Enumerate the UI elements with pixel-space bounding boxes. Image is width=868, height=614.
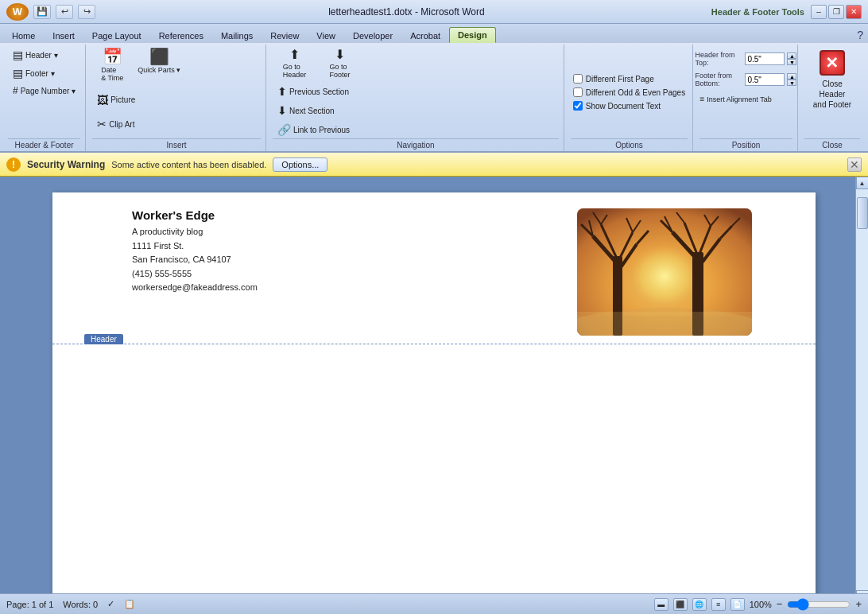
different-first-page-checkbox[interactable]: Different First Page	[573, 73, 654, 84]
tab-view[interactable]: View	[308, 28, 344, 43]
view-print-layout[interactable]: ▬	[654, 598, 668, 611]
help-icon[interactable]: ?	[852, 27, 868, 43]
company-city-state: San Francisco, CA 94107	[132, 253, 258, 267]
office-button[interactable]: W	[6, 3, 29, 21]
link-to-previous-button[interactable]: 🔗 Link to Previous	[273, 121, 559, 138]
proofing-icon[interactable]: ✓	[107, 599, 114, 609]
word-count: Words: 0	[63, 600, 98, 609]
header-icon: ▤	[13, 49, 23, 61]
tab-insert[interactable]: Insert	[44, 28, 83, 43]
view-web-layout[interactable]: 🌐	[692, 598, 707, 611]
date-time-button[interactable]: 📅 Date& Time	[92, 46, 132, 84]
footer-button[interactable]: ▤ Footer ▾	[8, 64, 80, 82]
document-scroll-area[interactable]: Worker's Edge A productivity blog 1111 F…	[0, 177, 868, 614]
company-phone: (415) 555-5555	[132, 267, 258, 282]
page-number-icon: #	[13, 85, 18, 96]
header-button[interactable]: ▤ Header ▾	[8, 46, 80, 64]
header-pos-up[interactable]: ▲	[787, 52, 796, 59]
ribbon-group-close: ✕ Close Headerand Footer Close	[800, 45, 865, 151]
picture-button[interactable]: 🖼 Picture	[92, 91, 261, 109]
tab-review[interactable]: Review	[262, 28, 308, 43]
company-email: workersedge@fakeaddress.com	[132, 281, 258, 295]
different-odd-even-checkbox[interactable]: Different Odd & Even Pages	[573, 87, 685, 98]
date-icon: 📅	[103, 49, 122, 64]
quick-access-undo[interactable]: ↩	[56, 5, 73, 19]
prev-section-icon: ⬆	[277, 85, 287, 98]
view-outline[interactable]: ≡	[711, 598, 726, 611]
tab-developer[interactable]: Developer	[344, 28, 401, 43]
tab-page-layout[interactable]: Page Layout	[83, 28, 150, 43]
group-label-navigation: Navigation	[273, 138, 559, 150]
scroll-track[interactable]	[856, 189, 868, 590]
picture-icon: 🖼	[97, 94, 108, 107]
zoom-level: 100%	[750, 600, 772, 609]
window-title: letterheadtest1.dotx - Microsoft Word	[102, 6, 711, 17]
ribbon-group-position: Header from Top: ▲ ▼ Footer from Bottom:…	[695, 45, 798, 151]
security-warning-title: Security Warning	[27, 159, 105, 170]
footer-position-input[interactable]	[745, 73, 785, 86]
insert-alignment-button[interactable]: ≡ Insert Alignment Tab	[695, 92, 796, 106]
security-options-button[interactable]: Options...	[273, 157, 327, 172]
quick-parts-button[interactable]: ⬛ Quick Parts ▾	[134, 46, 184, 76]
zoom-in-button[interactable]: +	[855, 598, 862, 610]
group-label-position: Position	[699, 138, 792, 150]
company-address: 1111 First St.	[132, 239, 258, 254]
header-label: Header	[84, 334, 123, 344]
header-pos-down[interactable]: ▼	[787, 59, 796, 65]
title-bar: W 💾 ↩ ↪ letterheadtest1.dotx - Microsoft…	[0, 0, 868, 24]
ribbon-group-navigation: ⬆ Go toHeader ⬇ Go toFooter ⬆ Previous S…	[268, 45, 564, 151]
clip-art-button[interactable]: ✂ Clip Art	[92, 115, 261, 133]
go-to-footer-button[interactable]: ⬇ Go toFooter	[318, 46, 362, 81]
alignment-icon: ≡	[699, 95, 704, 103]
status-bar: Page: 1 of 1 Words: 0 ✓ 📋 ▬ ⬛ 🌐 ≡ 📄 100%…	[0, 593, 868, 614]
tab-mailings[interactable]: Mailings	[212, 28, 262, 43]
company-tagline: A productivity blog	[132, 225, 258, 239]
footer-pos-down[interactable]: ▼	[787, 80, 796, 86]
ribbon-group-header-footer: ▤ Header ▾ ▤ Footer ▾ # Page Number ▾ He…	[3, 45, 86, 151]
clip-art-icon: ✂	[97, 118, 107, 130]
footer-pos-up[interactable]: ▲	[787, 73, 796, 80]
tab-bar: Home Insert Page Layout References Maili…	[0, 24, 868, 43]
scroll-up-button[interactable]: ▲	[856, 177, 869, 189]
group-label-header-footer: Header & Footer	[8, 138, 80, 150]
track-changes-icon[interactable]: 📋	[124, 599, 135, 609]
tab-acrobat[interactable]: Acrobat	[401, 28, 449, 43]
view-draft[interactable]: 📄	[730, 598, 745, 611]
go-to-header-button[interactable]: ⬆ Go toHeader	[273, 46, 316, 81]
document-body[interactable]	[52, 344, 816, 583]
scroll-thumb[interactable]	[857, 197, 868, 229]
previous-section-button[interactable]: ⬆ Previous Section	[273, 83, 559, 100]
footer-icon: ▤	[13, 67, 23, 80]
go-header-icon: ⬆	[289, 49, 300, 61]
document-page: Worker's Edge A productivity blog 1111 F…	[52, 192, 816, 612]
zoom-slider[interactable]	[787, 599, 851, 610]
quick-access-redo[interactable]: ↪	[78, 5, 95, 19]
page-count: Page: 1 of 1	[6, 600, 53, 609]
close-header-footer-button[interactable]: ✕ Close Headerand Footer	[804, 46, 860, 114]
close-button[interactable]: ✕	[846, 5, 862, 19]
view-full-screen[interactable]: ⬛	[673, 598, 688, 611]
security-warning-close[interactable]: ✕	[847, 157, 862, 172]
next-section-button[interactable]: ⬇ Next Section	[273, 102, 559, 119]
show-document-text-checkbox[interactable]: Show Document Text	[573, 100, 661, 111]
ribbon-group-options: Different First Page Different Odd & Eve…	[566, 45, 693, 151]
page-number-button[interactable]: # Page Number ▾	[8, 83, 80, 99]
quick-access-save[interactable]: 💾	[33, 5, 51, 19]
letterhead-image	[577, 208, 752, 336]
minimize-button[interactable]: –	[811, 5, 827, 19]
tab-references[interactable]: References	[150, 28, 212, 43]
header-position-input[interactable]	[745, 52, 785, 65]
tab-design[interactable]: Design	[449, 27, 496, 43]
ribbon-content: ▤ Header ▾ ▤ Footer ▾ # Page Number ▾ He…	[0, 43, 868, 151]
tab-home[interactable]: Home	[3, 28, 44, 43]
link-prev-icon: 🔗	[277, 123, 291, 136]
vertical-scrollbar[interactable]: ▲ ▲▲ ▼▼ ▼	[855, 177, 868, 614]
ribbon: Home Insert Page Layout References Maili…	[0, 24, 868, 153]
next-section-icon: ⬇	[277, 104, 287, 117]
header-area[interactable]: Worker's Edge A productivity blog 1111 F…	[52, 192, 816, 344]
zoom-out-button[interactable]: −	[777, 598, 783, 610]
footer-position-label: Footer from Bottom:	[695, 72, 742, 87]
restore-button[interactable]: ❐	[828, 5, 844, 19]
main-container: Worker's Edge A productivity blog 1111 F…	[0, 177, 868, 614]
security-warning-icon: !	[6, 157, 21, 172]
